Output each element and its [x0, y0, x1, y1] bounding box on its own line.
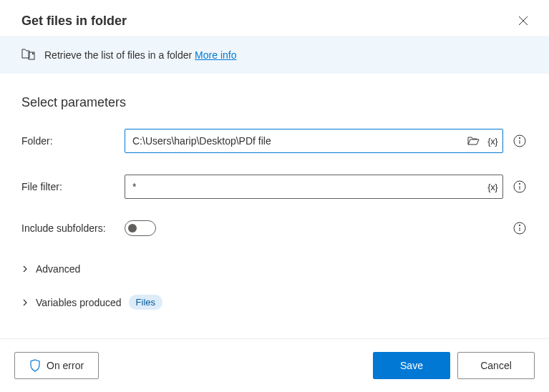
- variables-badge[interactable]: Files: [129, 295, 162, 310]
- banner-text: Retrieve the list of files in a folder M…: [44, 49, 236, 61]
- section-title: Select parameters: [21, 95, 528, 110]
- svg-point-10: [519, 225, 520, 225]
- filter-info-button[interactable]: [512, 179, 528, 195]
- dialog-header: Get files in folder: [0, 0, 549, 36]
- subfolders-info-button[interactable]: [512, 220, 528, 236]
- info-banner: Retrieve the list of files in a folder M…: [0, 36, 549, 74]
- variables-label: Variables produced: [36, 297, 122, 308]
- save-button[interactable]: Save: [373, 352, 450, 379]
- filter-input[interactable]: [125, 175, 503, 199]
- folder-input-wrapper: {x}: [125, 129, 503, 153]
- info-icon: [513, 134, 526, 147]
- chevron-right-icon: [21, 265, 29, 273]
- folder-open-icon: [467, 136, 480, 146]
- browse-folder-button[interactable]: [466, 134, 482, 147]
- content-area: Select parameters Folder: {x} File fil: [0, 74, 549, 315]
- cancel-label: Cancel: [480, 360, 512, 371]
- filter-label: File filter:: [21, 181, 119, 192]
- filter-input-actions: {x}: [486, 180, 499, 194]
- shield-icon: [29, 359, 41, 372]
- filter-variable-button[interactable]: {x}: [486, 180, 499, 194]
- close-button[interactable]: [515, 13, 531, 29]
- subfolders-toggle-wrapper: [125, 220, 156, 236]
- advanced-label: Advanced: [36, 263, 80, 275]
- folder-input-actions: {x}: [466, 134, 499, 148]
- folder-input[interactable]: [125, 129, 503, 153]
- filter-row: File filter: {x}: [21, 175, 528, 199]
- folder-info-button[interactable]: [512, 133, 528, 149]
- close-icon: [518, 16, 528, 26]
- subfolders-toggle[interactable]: [125, 220, 156, 236]
- save-label: Save: [400, 360, 423, 371]
- subfolders-label: Include subfolders:: [21, 222, 119, 234]
- svg-point-4: [519, 137, 520, 138]
- subfolders-row: Include subfolders:: [21, 220, 528, 236]
- folder-variable-button[interactable]: {x}: [486, 134, 499, 148]
- on-error-label: On error: [47, 360, 84, 371]
- folder-files-icon: [21, 47, 36, 62]
- cancel-button[interactable]: Cancel: [457, 352, 535, 379]
- info-icon: [513, 222, 526, 235]
- toggle-knob: [128, 224, 137, 232]
- folder-row: Folder: {x}: [21, 129, 528, 153]
- dialog-footer: On error Save Cancel: [0, 338, 549, 392]
- variables-section[interactable]: Variables produced Files: [21, 289, 528, 315]
- advanced-section[interactable]: Advanced: [21, 258, 528, 280]
- dialog-title: Get files in folder: [21, 14, 127, 29]
- more-info-link[interactable]: More info: [195, 49, 236, 61]
- on-error-button[interactable]: On error: [14, 352, 99, 379]
- svg-point-7: [519, 183, 520, 184]
- chevron-right-icon: [21, 299, 29, 306]
- banner-description: Retrieve the list of files in a folder: [44, 49, 192, 61]
- info-icon: [513, 180, 526, 193]
- filter-input-wrapper: {x}: [125, 175, 503, 199]
- folder-label: Folder:: [21, 135, 119, 147]
